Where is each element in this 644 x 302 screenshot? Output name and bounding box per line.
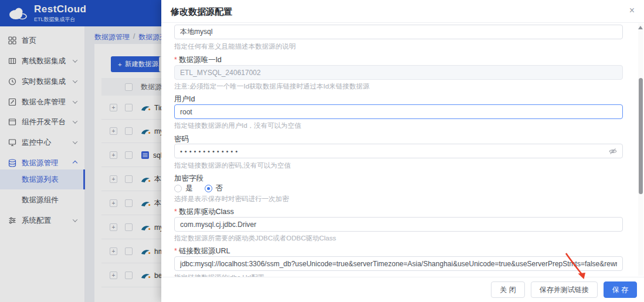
radio-yes-label[interactable]: 是 bbox=[185, 184, 193, 194]
modal-header: 修改数据源配置 × bbox=[161, 0, 644, 23]
modal-scrollbar-thumb[interactable] bbox=[639, 78, 643, 194]
eye-slash-icon[interactable] bbox=[609, 148, 617, 155]
password-input[interactable]: ••••••••••••• bbox=[174, 144, 623, 158]
close-icon[interactable]: × bbox=[629, 5, 635, 16]
radio-no-label[interactable]: 否 bbox=[216, 184, 223, 194]
datasource-name-input[interactable] bbox=[174, 25, 623, 39]
modal-footer: 关 闭 保存并测试链接 保 存 bbox=[161, 277, 644, 302]
modal-title: 修改数据源配置 bbox=[171, 6, 232, 18]
radio-yes[interactable] bbox=[174, 185, 182, 192]
field-label: *数据源唯一Id bbox=[174, 55, 222, 65]
field-help: 选择是表示保存时对密码进行一次加密 bbox=[174, 195, 289, 203]
scrollbar-up-arrow[interactable] bbox=[638, 26, 643, 29]
save-button[interactable]: 保 存 bbox=[604, 281, 637, 298]
modal-body: 指定任何有意义且能描述本数据源的说明 *数据源唯一Id 注意:必须指定一个唯一I… bbox=[161, 23, 644, 277]
encrypt-radio-group: 是 否 bbox=[174, 184, 231, 194]
close-button[interactable]: 关 闭 bbox=[491, 281, 524, 298]
unique-id-input bbox=[174, 65, 623, 80]
edit-datasource-modal: 修改数据源配置 × 指定任何有意义且能描述本数据源的说明 *数据源唯一Id 注意… bbox=[161, 0, 644, 302]
required-asterisk: * bbox=[174, 208, 177, 216]
driver-class-input[interactable] bbox=[174, 217, 623, 232]
field-label: *数据库驱动Class bbox=[174, 207, 234, 217]
radio-no[interactable] bbox=[205, 185, 212, 192]
field-help: 指定链接数据源的用户Id，没有可以为空值 bbox=[174, 121, 301, 130]
app-root: RestCloud ETL数据集成平台 首页 离线数据集成 实时数据集成 数据仓… bbox=[0, 0, 644, 302]
required-asterisk: * bbox=[174, 247, 177, 255]
field-help: 指定任何有意义且能描述本数据源的说明 bbox=[174, 42, 296, 51]
save-and-test-button[interactable]: 保存并测试链接 bbox=[531, 281, 598, 298]
field-help: 指定数据源所需要的驱动类JDBC或者ODBC驱动Class bbox=[174, 234, 336, 243]
field-label: 用户Id bbox=[174, 94, 195, 104]
password-masked-value: ••••••••••••• bbox=[180, 148, 609, 155]
jdbc-url-input[interactable] bbox=[174, 256, 623, 271]
field-label: *链接数据源URL bbox=[174, 246, 230, 256]
field-label: 密码 bbox=[174, 134, 189, 144]
field-help: 注意:必须指定一个唯一Id获取数据库链接时通过本Id来链接数据源 bbox=[174, 82, 370, 91]
field-label: 加密字段 bbox=[174, 174, 204, 184]
field-help: 指定链接数据源的密码,没有可以为空值 bbox=[174, 161, 291, 170]
required-asterisk: * bbox=[174, 56, 177, 64]
user-id-input[interactable] bbox=[174, 104, 623, 119]
